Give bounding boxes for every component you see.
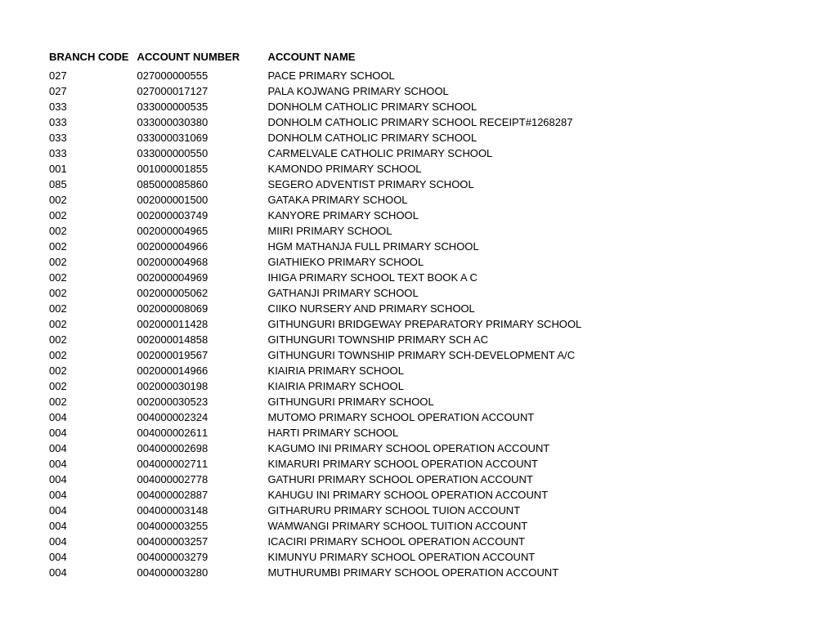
header-account-number: ACCOUNT NUMBER <box>137 49 268 68</box>
account-number-cell: 002000004965 <box>137 223 268 239</box>
branch-code-cell: 004 <box>49 487 137 503</box>
data-table: BRANCH CODE ACCOUNT NUMBER ACCOUNT NAME … <box>49 49 785 580</box>
table-row: 004004000003257ICACIRI PRIMARY SCHOOL OP… <box>49 534 785 549</box>
account-name-cell: ICACIRI PRIMARY SCHOOL OPERATION ACCOUNT <box>268 534 786 549</box>
table-row: 002002000011428GITHUNGURI BRIDGEWAY PREP… <box>49 316 785 332</box>
branch-code-cell: 002 <box>49 301 137 316</box>
table-row: 004004000003255WAMWANGI PRIMARY SCHOOL T… <box>49 518 785 534</box>
account-number-cell: 033000000550 <box>137 145 268 161</box>
branch-code-cell: 004 <box>49 425 137 441</box>
table-row: 004004000003280MUTHURUMBI PRIMARY SCHOOL… <box>49 565 785 580</box>
table-row: 004004000003279KIMUNYU PRIMARY SCHOOL OP… <box>49 549 785 565</box>
account-number-cell: 001000001855 <box>137 161 268 177</box>
account-number-cell: 002000003749 <box>137 208 268 223</box>
branch-code-cell: 004 <box>49 441 137 456</box>
table-row: 002002000004966HGM MATHANJA FULL PRIMARY… <box>49 239 785 254</box>
account-name-cell: SEGERO ADVENTIST PRIMARY SCHOOL <box>268 177 786 192</box>
branch-code-cell: 004 <box>49 549 137 565</box>
account-number-cell: 004000002778 <box>137 472 268 487</box>
table-row: 004004000002324MUTOMO PRIMARY SCHOOL OPE… <box>49 409 785 425</box>
table-row: 027027000000555PACE PRIMARY SCHOOL <box>49 68 785 83</box>
branch-code-cell: 002 <box>49 223 137 239</box>
account-name-cell: GATAKA PRIMARY SCHOOL <box>268 192 786 208</box>
branch-code-cell: 004 <box>49 503 137 518</box>
table-row: 033033000000535DONHOLM CATHOLIC PRIMARY … <box>49 99 785 114</box>
table-row: 002002000014966KIAIRIA PRIMARY SCHOOL <box>49 363 785 378</box>
account-name-cell: KAMONDO PRIMARY SCHOOL <box>268 161 786 177</box>
account-number-cell: 004000003255 <box>137 518 268 534</box>
table-row: 002002000003749KANYORE PRIMARY SCHOOL <box>49 208 785 223</box>
account-name-cell: PALA KOJWANG PRIMARY SCHOOL <box>268 83 786 99</box>
table-row: 027027000017127PALA KOJWANG PRIMARY SCHO… <box>49 83 785 99</box>
account-name-cell: WAMWANGI PRIMARY SCHOOL TUITION ACCOUNT <box>268 518 786 534</box>
account-name-cell: MIIRI PRIMARY SCHOOL <box>268 223 786 239</box>
branch-code-cell: 004 <box>49 534 137 549</box>
table-row: 033033000030380DONHOLM CATHOLIC PRIMARY … <box>49 114 785 130</box>
account-number-cell: 004000003279 <box>137 549 268 565</box>
branch-code-cell: 033 <box>49 145 137 161</box>
account-name-cell: KAGUMO INI PRIMARY SCHOOL OPERATION ACCO… <box>268 441 786 456</box>
header-branch-code: BRANCH CODE <box>49 49 137 68</box>
table-row: 004004000003148GITHARURU PRIMARY SCHOOL … <box>49 503 785 518</box>
account-number-cell: 002000030523 <box>137 394 268 409</box>
table-row: 002002000019567GITHUNGURI TOWNSHIP PRIMA… <box>49 347 785 363</box>
account-name-cell: KIMUNYU PRIMARY SCHOOL OPERATION ACCOUNT <box>268 549 786 565</box>
branch-code-cell: 085 <box>49 177 137 192</box>
account-number-cell: 004000003148 <box>137 503 268 518</box>
branch-code-cell: 027 <box>49 83 137 99</box>
table-body: 027027000000555PACE PRIMARY SCHOOL027027… <box>49 68 785 580</box>
branch-code-cell: 004 <box>49 472 137 487</box>
branch-code-cell: 033 <box>49 114 137 130</box>
account-number-cell: 004000002698 <box>137 441 268 456</box>
account-name-cell: GATHURI PRIMARY SCHOOL OPERATION ACCOUNT <box>268 472 786 487</box>
account-name-cell: MUTOMO PRIMARY SCHOOL OPERATION ACCOUNT <box>268 409 786 425</box>
branch-code-cell: 027 <box>49 68 137 83</box>
account-name-cell: GATHANJI PRIMARY SCHOOL <box>268 285 786 301</box>
account-number-cell: 027000000555 <box>137 68 268 83</box>
account-number-cell: 027000017127 <box>137 83 268 99</box>
branch-code-cell: 004 <box>49 518 137 534</box>
account-number-cell: 004000002887 <box>137 487 268 503</box>
account-number-cell: 002000030198 <box>137 378 268 394</box>
table-row: 004004000002778GATHURI PRIMARY SCHOOL OP… <box>49 472 785 487</box>
account-number-cell: 004000002711 <box>137 456 268 472</box>
table-row: 002002000030198KIAIRIA PRIMARY SCHOOL <box>49 378 785 394</box>
account-number-cell: 033000031069 <box>137 130 268 145</box>
table-row: 002002000014858GITHUNGURI TOWNSHIP PRIMA… <box>49 332 785 347</box>
account-name-cell: IHIGA PRIMARY SCHOOL TEXT BOOK A C <box>268 270 786 285</box>
branch-code-cell: 002 <box>49 285 137 301</box>
branch-code-cell: 004 <box>49 456 137 472</box>
account-name-cell: DONHOLM CATHOLIC PRIMARY SCHOOL <box>268 99 786 114</box>
account-number-cell: 002000008069 <box>137 301 268 316</box>
account-name-cell: HARTI PRIMARY SCHOOL <box>268 425 786 441</box>
branch-code-cell: 033 <box>49 99 137 114</box>
table-row: 002002000030523GITHUNGURI PRIMARY SCHOOL <box>49 394 785 409</box>
table-row: 002002000004969IHIGA PRIMARY SCHOOL TEXT… <box>49 270 785 285</box>
account-number-cell: 004000002611 <box>137 425 268 441</box>
branch-code-cell: 002 <box>49 239 137 254</box>
account-name-cell: GITHUNGURI TOWNSHIP PRIMARY SCH-DEVELOPM… <box>268 347 786 363</box>
table-row: 033033000031069DONHOLM CATHOLIC PRIMARY … <box>49 130 785 145</box>
account-number-cell: 002000004966 <box>137 239 268 254</box>
account-name-cell: CARMELVALE CATHOLIC PRIMARY SCHOOL <box>268 145 786 161</box>
table-row: 002002000004968GIATHIEKO PRIMARY SCHOOL <box>49 254 785 270</box>
account-number-cell: 004000003257 <box>137 534 268 549</box>
account-name-cell: KANYORE PRIMARY SCHOOL <box>268 208 786 223</box>
table-row: 002002000008069CIIKO NURSERY AND PRIMARY… <box>49 301 785 316</box>
account-name-cell: GITHUNGURI BRIDGEWAY PREPARATORY PRIMARY… <box>268 316 786 332</box>
branch-code-cell: 001 <box>49 161 137 177</box>
account-name-cell: GITHUNGURI TOWNSHIP PRIMARY SCH AC <box>268 332 786 347</box>
table-row: 002002000004965MIIRI PRIMARY SCHOOL <box>49 223 785 239</box>
account-name-cell: GIATHIEKO PRIMARY SCHOOL <box>268 254 786 270</box>
account-name-cell: DONHOLM CATHOLIC PRIMARY SCHOOL RECEIPT#… <box>268 114 786 130</box>
account-name-cell: GITHARURU PRIMARY SCHOOL TUION ACCOUNT <box>268 503 786 518</box>
table-row: 004004000002611HARTI PRIMARY SCHOOL <box>49 425 785 441</box>
account-number-cell: 002000011428 <box>137 316 268 332</box>
table-row: 033033000000550CARMELVALE CATHOLIC PRIMA… <box>49 145 785 161</box>
account-number-cell: 002000014966 <box>137 363 268 378</box>
account-number-cell: 004000003280 <box>137 565 268 580</box>
account-number-cell: 002000004969 <box>137 270 268 285</box>
account-name-cell: MUTHURUMBI PRIMARY SCHOOL OPERATION ACCO… <box>268 565 786 580</box>
branch-code-cell: 002 <box>49 316 137 332</box>
account-name-cell: KAHUGU INI PRIMARY SCHOOL OPERATION ACCO… <box>268 487 786 503</box>
